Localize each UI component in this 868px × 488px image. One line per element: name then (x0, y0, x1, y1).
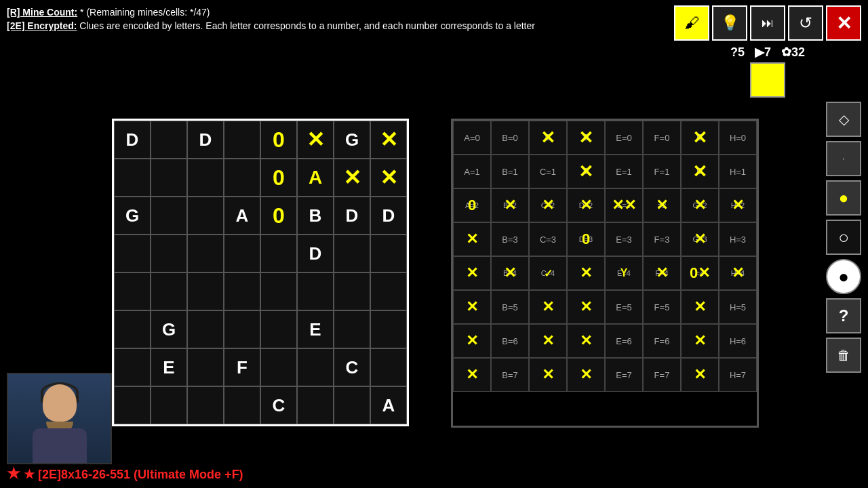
yellow-square-button[interactable] (750, 62, 785, 98)
cell-5-0[interactable] (114, 310, 151, 348)
ref-r2-3[interactable]: D=2 ✕ (567, 188, 605, 222)
cell-4-6[interactable] (334, 272, 370, 310)
ref-r2-2[interactable]: C=2 ✕ (529, 188, 567, 222)
cell-5-5[interactable]: E (297, 310, 334, 348)
ref-r3-0[interactable]: ✕ (453, 222, 491, 256)
ref-r3-3[interactable]: D=3 0 (567, 222, 605, 256)
ref-r4-0[interactable]: ✕ (453, 256, 491, 290)
cell-3-5[interactable]: D (297, 235, 334, 272)
ref-r7-2[interactable]: ✕ (529, 358, 567, 392)
cell-6-4[interactable] (260, 348, 297, 386)
circle-filled-button[interactable]: ● (826, 259, 861, 294)
cell-6-2[interactable] (187, 348, 224, 386)
cell-3-7[interactable] (370, 235, 407, 272)
ref-r5-4[interactable]: E=5 (605, 290, 643, 324)
cell-7-7[interactable]: A (370, 386, 407, 424)
cell-0-3[interactable] (224, 121, 260, 159)
cell-0-6[interactable]: G (334, 121, 370, 159)
cell-1-2[interactable] (187, 159, 224, 197)
ref-r4-1[interactable]: B=4 ✕ (491, 256, 529, 290)
ref-r1-3[interactable]: D ✕ (567, 155, 605, 188)
ref-r1-5[interactable]: F=1 (643, 155, 681, 188)
cell-6-5[interactable] (297, 348, 334, 386)
cell-2-3[interactable]: A (224, 197, 260, 235)
cell-0-7[interactable]: ✕ (370, 121, 407, 159)
ref-r4-4[interactable]: E=4 Y (605, 256, 643, 290)
ref-r2-7[interactable]: H=2 ✕ (719, 188, 757, 222)
fast-forward-button[interactable]: ⏭ (750, 5, 785, 41)
ref-r6-0[interactable]: ✕ (453, 324, 491, 358)
cell-3-4[interactable] (260, 235, 297, 272)
cell-6-1[interactable]: E (151, 348, 187, 386)
ref-r7-1[interactable]: B=7 (491, 358, 529, 392)
cell-4-3[interactable] (224, 272, 260, 310)
cell-2-1[interactable] (151, 197, 187, 235)
ref-r3-4[interactable]: E=3 (605, 222, 643, 256)
cell-5-3[interactable] (224, 310, 260, 348)
cell-4-0[interactable] (114, 272, 151, 310)
ref-r7-7[interactable]: H=7 (719, 358, 757, 392)
brush-button[interactable]: 🖌 (674, 5, 709, 41)
cell-4-2[interactable] (187, 272, 224, 310)
cell-0-5[interactable]: ✕ (297, 121, 334, 159)
ref-r2-4[interactable]: E=2 ✕✕ (605, 188, 643, 222)
cell-2-7[interactable]: D (370, 197, 407, 235)
ref-r7-0[interactable]: ✕ (453, 358, 491, 392)
cell-1-4[interactable]: 0 (260, 159, 297, 197)
ref-r2-5[interactable]: =2 ✕ (643, 188, 681, 222)
cell-2-5[interactable]: B (297, 197, 334, 235)
ref-r4-7[interactable]: H=4 ✕ (719, 256, 757, 290)
ref-r7-6[interactable]: ✕ (681, 358, 719, 392)
ref-r6-1[interactable]: B=6 (491, 324, 529, 358)
cell-5-7[interactable] (370, 310, 407, 348)
ref-r5-2[interactable]: ✕ (529, 290, 567, 324)
ref-r6-7[interactable]: H=6 (719, 324, 757, 358)
ref-r3-6[interactable]: G=3 ✕ (681, 222, 719, 256)
cell-4-1[interactable] (151, 272, 187, 310)
cell-5-2[interactable] (187, 310, 224, 348)
cell-5-1[interactable]: G (151, 310, 187, 348)
ref-r6-6[interactable]: ✕ (681, 324, 719, 358)
cell-3-3[interactable] (224, 235, 260, 272)
ref-h0-5[interactable]: F=0 (643, 121, 681, 155)
ref-r2-0[interactable]: A=2 0 (453, 188, 491, 222)
ref-r1-0[interactable]: A=1 (453, 155, 491, 188)
ref-r1-4[interactable]: E=1 (605, 155, 643, 188)
ref-r6-3[interactable]: ✕ (567, 324, 605, 358)
cell-5-6[interactable] (334, 310, 370, 348)
ref-r7-4[interactable]: E=7 (605, 358, 643, 392)
ref-r4-6[interactable]: =4 0✕ (681, 256, 719, 290)
cell-2-4[interactable]: 0 (260, 197, 297, 235)
ref-r1-7[interactable]: H=1 (719, 155, 757, 188)
cell-0-0[interactable]: D (114, 121, 151, 159)
cell-4-7[interactable] (370, 272, 407, 310)
undo-button[interactable]: ↺ (788, 5, 823, 41)
cell-7-5[interactable] (297, 386, 334, 424)
ref-r4-3[interactable]: ✕ (567, 256, 605, 290)
ref-r5-3[interactable]: ✕ (567, 290, 605, 324)
ref-r5-7[interactable]: H=5 (719, 290, 757, 324)
ref-h0-4[interactable]: E=0 (605, 121, 643, 155)
ref-r4-2[interactable]: C=4 ✓ (529, 256, 567, 290)
ref-r5-6[interactable]: ✕ (681, 290, 719, 324)
ref-r2-6[interactable]: G=2 ✕ (681, 188, 719, 222)
ref-r5-5[interactable]: F=5 (643, 290, 681, 324)
cell-7-2[interactable] (187, 386, 224, 424)
cell-5-4[interactable] (260, 310, 297, 348)
cell-7-6[interactable] (334, 386, 370, 424)
ref-h0-3[interactable]: D ✕ (567, 121, 605, 155)
cell-0-1[interactable] (151, 121, 187, 159)
ref-r1-2[interactable]: C=1 (529, 155, 567, 188)
cell-2-6[interactable]: D (334, 197, 370, 235)
cell-2-0[interactable]: G (114, 197, 151, 235)
ref-h0-0[interactable]: A=0 (453, 121, 491, 155)
ref-h0-2[interactable]: C ✕ (529, 121, 567, 155)
ref-r1-1[interactable]: B=1 (491, 155, 529, 188)
cell-4-5[interactable] (297, 272, 334, 310)
close-button[interactable]: ✕ (826, 5, 861, 41)
ref-r6-5[interactable]: F=6 (643, 324, 681, 358)
cell-1-1[interactable] (151, 159, 187, 197)
cell-7-3[interactable] (224, 386, 260, 424)
ref-r3-5[interactable]: F=3 (643, 222, 681, 256)
cell-3-1[interactable] (151, 235, 187, 272)
